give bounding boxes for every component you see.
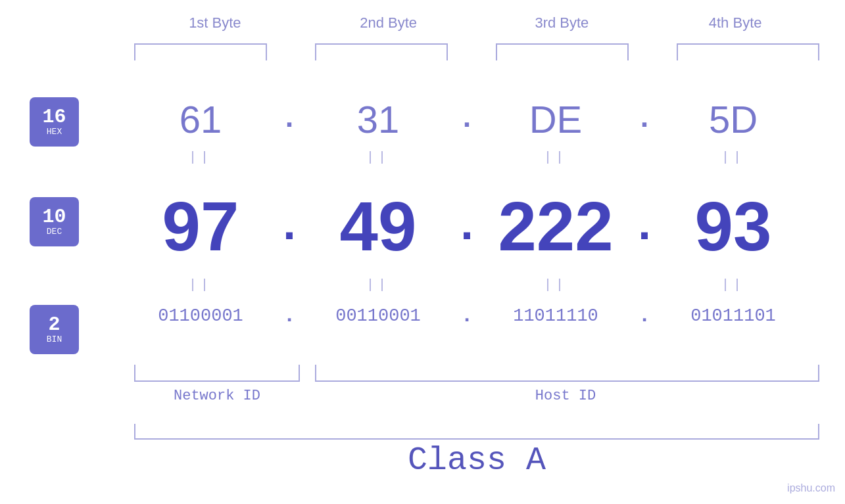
hex-byte4: 5D [661, 97, 806, 141]
hex-dot1: . [273, 103, 306, 136]
full-bracket [128, 421, 825, 440]
bin-byte3: 11011110 [483, 306, 628, 326]
hex-byte1: 61 [128, 97, 273, 141]
dec-byte4: 93 [661, 187, 806, 266]
byte4-header: 4th Byte [663, 14, 808, 32]
bin-dot2: . [450, 304, 483, 328]
hex-badge: 16 HEX [30, 97, 79, 147]
byte1-header: 1st Byte [143, 14, 287, 32]
bin-dot3: . [628, 304, 661, 328]
hex-byte3: DE [483, 97, 628, 141]
hex-dot2: . [450, 103, 483, 136]
bin-badge: 2 BIN [30, 305, 79, 354]
dec-dot1: . [273, 201, 306, 253]
eq1-b4: || [661, 150, 806, 165]
top-brackets [128, 41, 825, 64]
hex-byte2: 31 [306, 97, 450, 141]
bin-byte4: 01011101 [661, 306, 806, 326]
main-layout: 1st Byte 2nd Byte 3rd Byte 4th Byte 16 H… [0, 0, 845, 504]
host-id-label: Host ID [306, 388, 825, 404]
byte3-header: 3rd Byte [489, 14, 634, 32]
eq2-b3: || [483, 277, 628, 292]
dec-byte1: 97 [128, 187, 273, 266]
bin-byte1: 01100001 [128, 306, 273, 326]
eq1-b1: || [128, 150, 273, 165]
byte2-header: 2nd Byte [316, 14, 461, 32]
bottom-brackets [128, 361, 825, 384]
eq2-b4: || [661, 277, 806, 292]
watermark: ipshu.com [787, 482, 835, 494]
bin-dot1: . [273, 304, 306, 328]
network-id-label: Network ID [128, 388, 306, 404]
dec-byte2: 49 [306, 187, 450, 266]
bin-byte2: 00110001 [306, 306, 450, 326]
class-label: Class A [128, 442, 825, 479]
dec-dot3: . [628, 201, 661, 253]
eq2-b1: || [128, 277, 273, 292]
eq1-b3: || [483, 150, 628, 165]
eq1-b2: || [306, 150, 450, 165]
dec-dot2: . [450, 201, 483, 253]
hex-dot3: . [628, 103, 661, 136]
eq2-b2: || [306, 277, 450, 292]
dec-badge: 10 DEC [30, 197, 79, 246]
dec-byte3: 222 [483, 187, 628, 266]
